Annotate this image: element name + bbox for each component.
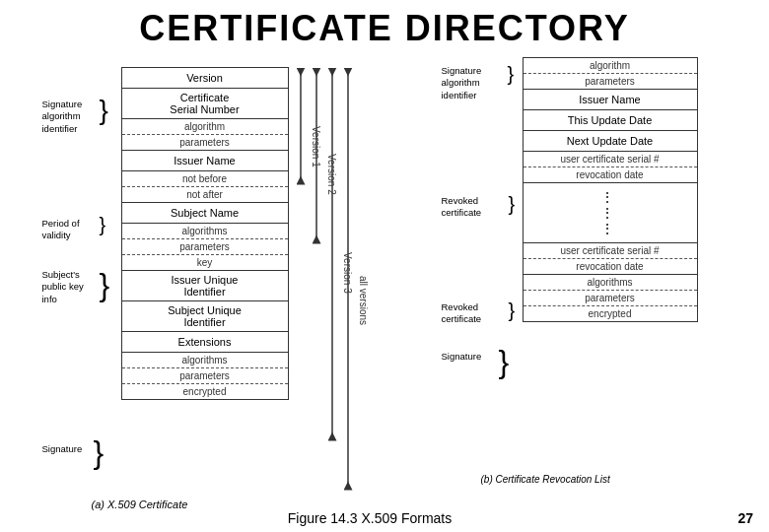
all-versions-arrow: all versions — [338, 67, 427, 491]
crl-dots-1: ⋮⋮⋮ — [524, 183, 697, 243]
svg-text:all versions: all versions — [358, 276, 369, 325]
pubkey-brace: } — [100, 269, 110, 300]
right-diagram: Signaturealgorithmidentifier } Revokedce… — [442, 57, 728, 510]
sig-alg-brace-left: } — [100, 97, 108, 124]
cert-serial: CertificateSerial Number — [122, 89, 288, 119]
crl-issuer-name: Issuer Name — [524, 90, 697, 110]
left-caption: (a) X.509 Certificate — [92, 499, 188, 510]
sig-alg-label-crl: Signaturealgorithmidentifier — [442, 65, 482, 101]
page-number: 27 — [724, 510, 753, 526]
bottom-section: Figure 14.3 X.509 Formats 27 — [0, 510, 769, 526]
crl-sig-alg: algorithm parameters — [524, 58, 697, 90]
validity-brace: } — [100, 215, 106, 234]
revoked-cert-brace-1: } — [509, 193, 516, 216]
cert-subject-uid: Subject UniqueIdentifier — [122, 301, 288, 332]
pubkey-label: Subject'spublic keyinfo — [42, 269, 84, 305]
sig-brace-crl: } — [499, 346, 510, 377]
cert-issuer-name: Issuer Name — [122, 151, 288, 171]
sig-label-left: Signature — [42, 443, 83, 454]
sig-alg-brace-crl: } — [508, 63, 515, 86]
cert-version: Version — [122, 68, 288, 89]
page-title: CERTIFICATE DIRECTORY — [0, 0, 769, 53]
crl-sig-sub: algorithms parameters encrypted — [524, 275, 697, 321]
validity-label: Period ofvalidity — [42, 218, 80, 242]
revoked-cert-brace-2: } — [509, 299, 516, 322]
figure-caption: Figure 14.3 X.509 Formats — [16, 510, 724, 526]
cert-validity-sub: not before not after — [122, 171, 288, 203]
cert-subject-name: Subject Name — [122, 203, 288, 224]
cert-issuer-uid: Issuer UniqueIdentifier — [122, 271, 288, 301]
sig-alg-label-left: Signaturealgorithmidentifier — [42, 99, 83, 135]
crl-revoked-1: user certificate serial # revocation dat… — [524, 152, 697, 183]
crl-next-update: Next Update Date — [524, 131, 697, 152]
cert-sig-sub: algorithms parameters encrypted — [122, 353, 288, 399]
crl-box: algorithm parameters Issuer Name This Up… — [523, 57, 698, 322]
revoked-cert-label-2: Revokedcertificate — [442, 301, 482, 326]
left-diagram: Signaturealgorithmidentifier } Period of… — [42, 57, 378, 510]
sig-brace-left: } — [94, 436, 105, 468]
cert-box: Version CertificateSerial Number algorit… — [121, 67, 289, 400]
crl-caption: (b) Certificate Revocation List — [481, 474, 610, 485]
cert-sig-alg-sub: algorithm parameters — [122, 119, 288, 151]
crl-this-update: This Update Date — [524, 110, 697, 131]
sig-label-crl: Signature — [442, 351, 482, 362]
cert-pubkey-sub: algorithms parameters key — [122, 224, 288, 271]
cert-extensions: Extensions — [122, 332, 288, 353]
crl-revoked-2: user certificate serial # revocation dat… — [524, 243, 697, 275]
revoked-cert-label-1: Revokedcertificate — [442, 195, 482, 220]
